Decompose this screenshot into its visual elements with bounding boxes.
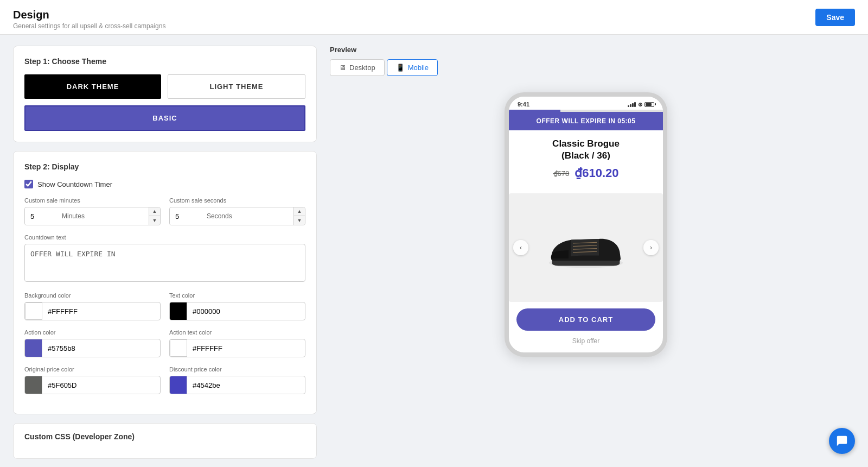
- wifi-icon: ⊛: [638, 102, 642, 108]
- desktop-icon: 🖥: [339, 64, 346, 72]
- basic-theme-button[interactable]: BASIC: [24, 105, 305, 131]
- left-panel: Step 1: Choose Theme DARK THEME LIGHT TH…: [13, 46, 317, 459]
- product-image-container: ‹: [509, 193, 663, 302]
- desktop-tab-label: Desktop: [349, 64, 375, 72]
- top-bar: Design General settings for all upsell &…: [0, 0, 868, 35]
- discount-price: ₫610.20: [575, 166, 618, 180]
- bg-color-label: Background color: [24, 292, 161, 299]
- dark-theme-button[interactable]: DARK THEME: [24, 74, 161, 99]
- page-subtitle: General settings for all upsell & cross-…: [13, 22, 165, 30]
- add-to-cart-button[interactable]: ADD TO CART: [516, 308, 655, 331]
- seconds-up-button[interactable]: ▲: [294, 207, 305, 216]
- signal-bar-4: [634, 102, 636, 107]
- action-text-color-input[interactable]: #FFFFFF: [187, 341, 305, 356]
- action-text-color-group: Action text color #FFFFFF: [169, 329, 305, 357]
- orig-price-color-input[interactable]: #5F605D: [42, 378, 160, 393]
- text-color-swatch[interactable]: [170, 302, 187, 320]
- custom-css-title: Custom CSS (Developer Zone): [24, 432, 305, 441]
- seconds-stepper: ▲ ▼: [293, 207, 305, 225]
- carousel-right-arrow[interactable]: ›: [643, 240, 659, 255]
- preview-label: Preview: [330, 46, 842, 54]
- signal-bar-2: [630, 104, 631, 107]
- product-section: Classic Brogue (Black / 36) ₫678 ₫610.20: [509, 130, 663, 193]
- battery-fill: [646, 103, 652, 106]
- minutes-input[interactable]: 5: [25, 208, 58, 225]
- orig-price-color-group: Original price color #5F605D: [24, 366, 161, 394]
- seconds-input[interactable]: 5: [170, 208, 202, 225]
- signal-bars-icon: [628, 102, 636, 107]
- orig-price-color-input-wrap: #5F605D: [24, 376, 161, 394]
- action-color-label: Action color: [24, 329, 161, 336]
- original-price: ₫678: [553, 169, 570, 178]
- main-layout: Step 1: Choose Theme DARK THEME LIGHT TH…: [0, 35, 868, 467]
- minutes-label: Custom sale minutes: [24, 197, 161, 204]
- minutes-field-group: Custom sale minutes 5 Minutes ▲ ▼: [24, 197, 161, 225]
- phone-tab-2: [560, 110, 612, 112]
- color-row-2: Action color #5755b8 Action text color #…: [24, 329, 305, 357]
- minutes-stepper: ▲ ▼: [149, 207, 160, 225]
- action-text-color-swatch[interactable]: [170, 339, 187, 357]
- product-shoe-image: [542, 215, 629, 280]
- product-title: Classic Brogue (Black / 36): [516, 138, 655, 162]
- text-color-input-wrap: #000000: [169, 302, 305, 320]
- step2-card: Step 2: Display Show Countdown Timer Cus…: [13, 151, 317, 414]
- bg-color-input-wrap: #FFFFFF: [24, 302, 161, 320]
- seconds-suffix: Seconds: [202, 208, 293, 224]
- phone-tab-active: [509, 110, 560, 112]
- right-panel: Preview 🖥 Desktop 📱 Mobile 9:41: [317, 46, 855, 459]
- chat-button[interactable]: [829, 428, 855, 454]
- time-fields-row: Custom sale minutes 5 Minutes ▲ ▼ Custom…: [24, 197, 305, 225]
- phone-preview-container: 9:41 ⊛: [330, 87, 842, 357]
- step2-title: Step 2: Display: [24, 162, 305, 171]
- seconds-label: Custom sale seconds: [169, 197, 305, 204]
- tab-desktop[interactable]: 🖥 Desktop: [330, 59, 385, 76]
- custom-css-card: Custom CSS (Developer Zone): [13, 423, 317, 459]
- color-row-3: Original price color #5F605D Discount pr…: [24, 366, 305, 394]
- action-color-input[interactable]: #5755b8: [42, 341, 160, 356]
- minutes-down-button[interactable]: ▼: [149, 216, 160, 225]
- text-color-input[interactable]: #000000: [187, 304, 305, 319]
- theme-buttons: DARK THEME LIGHT THEME: [24, 74, 305, 99]
- minutes-up-button[interactable]: ▲: [149, 207, 160, 216]
- phone-frame: 9:41 ⊛: [505, 92, 667, 357]
- minutes-suffix: Minutes: [58, 208, 149, 224]
- countdown-text-input[interactable]: OFFER WILL EXPIRE IN: [24, 244, 305, 282]
- seconds-field-group: Custom sale seconds 5 Seconds ▲ ▼: [169, 197, 305, 225]
- action-color-swatch[interactable]: [25, 339, 42, 357]
- page-header: Design General settings for all upsell &…: [13, 9, 165, 30]
- step1-card: Step 1: Choose Theme DARK THEME LIGHT TH…: [13, 46, 317, 142]
- phone-nav-tabs: [509, 110, 663, 112]
- battery-icon: [644, 102, 654, 107]
- show-countdown-label[interactable]: Show Countdown Timer: [37, 180, 112, 188]
- light-theme-button[interactable]: LIGHT THEME: [168, 74, 305, 99]
- seconds-down-button[interactable]: ▼: [294, 216, 305, 225]
- disc-price-color-input-wrap: #4542be: [169, 376, 305, 394]
- mobile-icon: 📱: [396, 64, 405, 72]
- bg-color-swatch[interactable]: [25, 302, 42, 320]
- disc-price-color-group: Discount price color #4542be: [169, 366, 305, 394]
- action-text-color-label: Action text color: [169, 329, 305, 336]
- preview-tabs: 🖥 Desktop 📱 Mobile: [330, 59, 842, 76]
- battery-tip: [655, 103, 656, 105]
- skip-offer-link[interactable]: Skip offer: [509, 337, 663, 352]
- bg-color-input[interactable]: #FFFFFF: [42, 304, 160, 319]
- page-title: Design: [13, 9, 165, 21]
- offer-banner: OFFER WILL EXPIRE IN 05:05: [509, 112, 663, 130]
- chat-icon: [836, 435, 848, 447]
- text-color-label: Text color: [169, 292, 305, 299]
- save-button[interactable]: Save: [815, 9, 855, 26]
- product-pricing: ₫678 ₫610.20: [516, 166, 655, 180]
- action-color-group: Action color #5755b8: [24, 329, 161, 357]
- disc-price-color-input[interactable]: #4542be: [187, 378, 305, 393]
- bg-color-group: Background color #FFFFFF: [24, 292, 161, 320]
- carousel-left-arrow[interactable]: ‹: [513, 240, 528, 255]
- orig-price-color-label: Original price color: [24, 366, 161, 373]
- action-text-color-input-wrap: #FFFFFF: [169, 339, 305, 357]
- tab-mobile[interactable]: 📱 Mobile: [387, 59, 438, 76]
- disc-price-color-swatch[interactable]: [170, 376, 187, 394]
- minutes-input-wrap: 5 Minutes ▲ ▼: [24, 207, 161, 225]
- orig-price-color-swatch[interactable]: [25, 376, 42, 394]
- mobile-tab-label: Mobile: [408, 64, 429, 72]
- show-countdown-checkbox[interactable]: [24, 180, 33, 188]
- step1-title: Step 1: Choose Theme: [24, 57, 305, 66]
